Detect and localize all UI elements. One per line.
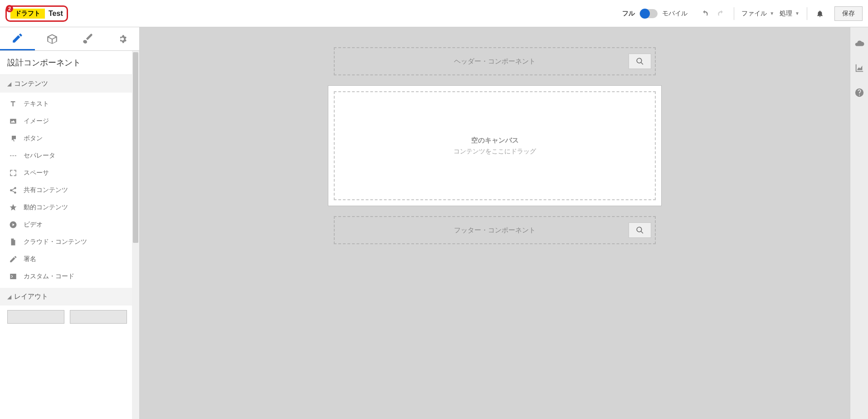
component-label: 動的コンテンツ [24,203,68,212]
tab-design[interactable] [0,27,35,50]
scrollbar-thumb[interactable] [133,52,138,243]
cube-icon [46,33,58,45]
toolbar-divider [734,7,734,20]
section-contents-header[interactable]: ◢ コンテンツ [0,75,139,93]
view-switch[interactable] [639,9,658,18]
layout-presets [0,306,139,328]
cursor-icon [9,134,17,143]
component-label: テキスト [24,100,49,108]
tab-box[interactable] [35,27,70,50]
view-mode-toggle: フル モバイル [622,9,688,18]
component-label: 共有コンテンツ [24,186,68,194]
pen-square-icon [11,32,23,44]
file-icon [9,238,17,246]
draft-status-chip: ドラフト [10,9,45,19]
share-icon [9,186,17,194]
magnifier-icon [636,57,644,65]
section-layout-label: レイアウト [14,292,48,301]
text-icon [9,100,17,108]
undo-icon [701,10,709,18]
title-badge-area: 2 ドラフト Test [5,5,68,22]
document-title: Test [49,10,63,18]
component-cloud[interactable]: クラウド・コンテンツ [0,233,139,251]
caret-down-icon: ▼ [770,11,774,16]
star-icon [9,203,17,212]
component-dynamic[interactable]: 動的コンテンツ [0,199,139,216]
play-circle-icon [9,221,17,229]
component-text[interactable]: テキスト [0,95,139,113]
component-label: ビデオ [24,221,43,229]
component-video[interactable]: ビデオ [0,216,139,233]
header-drop-zone[interactable]: ヘッダー・コンポーネント [334,47,656,75]
code-block-icon [9,272,17,281]
layout-preset[interactable] [70,310,127,324]
process-menu-label: 処理 [780,10,792,18]
component-shared[interactable]: 共有コンテンツ [0,182,139,199]
component-label: セパレータ [24,152,55,160]
top-bar: 2 ドラフト Test フル モバイル ファイル ▼ 処理 ▼ 保存 [0,0,868,27]
gear-icon [116,33,128,45]
component-button[interactable]: ボタン [0,130,139,147]
chart-icon [854,63,864,73]
header-zone-label: ヘッダー・コンポーネント [454,57,536,66]
expand-icon [9,169,17,177]
notifications-button[interactable] [812,5,828,22]
left-tabs [0,27,139,51]
rail-cloud-button[interactable] [850,36,868,51]
image-icon [9,117,17,125]
disclosure-triangle-icon: ◢ [7,294,11,300]
right-rail [850,27,868,419]
disclosure-triangle-icon: ◢ [7,81,11,87]
component-separator[interactable]: セパレータ [0,147,139,164]
dash-icon [9,152,17,160]
save-button[interactable]: 保存 [834,6,863,21]
bell-icon [816,10,824,18]
file-menu[interactable]: ファイル ▼ [739,8,777,20]
cloud-icon [854,39,864,49]
component-label: イメージ [24,117,49,125]
pencil-icon [9,255,17,263]
redo-icon [717,10,725,18]
footer-zone-label: フッター・コンポーネント [454,226,536,235]
toolbar-divider [807,7,807,20]
tab-brush[interactable] [70,27,105,50]
section-layout-header[interactable]: ◢ レイアウト [0,288,139,306]
component-list: テキスト イメージ ボタン セパレータ スペーサ 共有コンテンツ 動的コンテンツ… [0,93,139,288]
canvas-drop-zone[interactable]: 空のキャンバス コンテンツをここにドラッグ [334,91,656,200]
component-label: ボタン [24,134,43,143]
header-zone-inspect-button[interactable] [629,54,651,69]
tab-settings[interactable] [104,27,139,50]
left-panel-scrollbar[interactable] [132,51,139,419]
footer-drop-zone[interactable]: フッター・コンポーネント [334,216,656,244]
caret-down-icon: ▼ [795,11,800,16]
undo-button[interactable] [697,5,713,22]
rail-help-button[interactable] [850,85,868,100]
section-contents-label: コンテンツ [14,79,48,88]
editor-frame: 空のキャンバス コンテンツをここにドラッグ [328,85,662,206]
view-full-label: フル [622,10,635,18]
component-label: カスタム・コード [24,272,74,281]
component-label: 署名 [24,255,36,263]
view-mobile-label: モバイル [662,10,688,18]
redo-button[interactable] [713,5,729,22]
magnifier-icon [636,226,644,234]
layout-preset[interactable] [7,310,64,324]
annotation-number-badge: 2 [6,5,13,12]
rail-chart-button[interactable] [850,61,868,75]
component-spacer[interactable]: スペーサ [0,164,139,182]
left-panel: 設計コンポーネント ◢ コンテンツ テキスト イメージ ボタン セパレータ スペ… [0,27,140,419]
canvas-area: ヘッダー・コンポーネント 空のキャンバス コンテンツをここにドラッグ フッター・… [140,27,850,419]
empty-canvas-subtitle: コンテンツをここにドラッグ [454,148,536,156]
component-image[interactable]: イメージ [0,113,139,130]
footer-zone-inspect-button[interactable] [629,222,651,238]
component-code[interactable]: カスタム・コード [0,268,139,285]
panel-title: 設計コンポーネント [0,51,139,75]
component-label: クラウド・コンテンツ [24,238,87,246]
process-menu[interactable]: 処理 ▼ [777,8,802,20]
brush-icon [81,33,93,45]
empty-canvas-title: 空のキャンバス [471,136,519,145]
component-signature[interactable]: 署名 [0,251,139,268]
component-label: スペーサ [24,169,49,177]
help-icon [854,88,864,98]
file-menu-label: ファイル [741,10,767,18]
